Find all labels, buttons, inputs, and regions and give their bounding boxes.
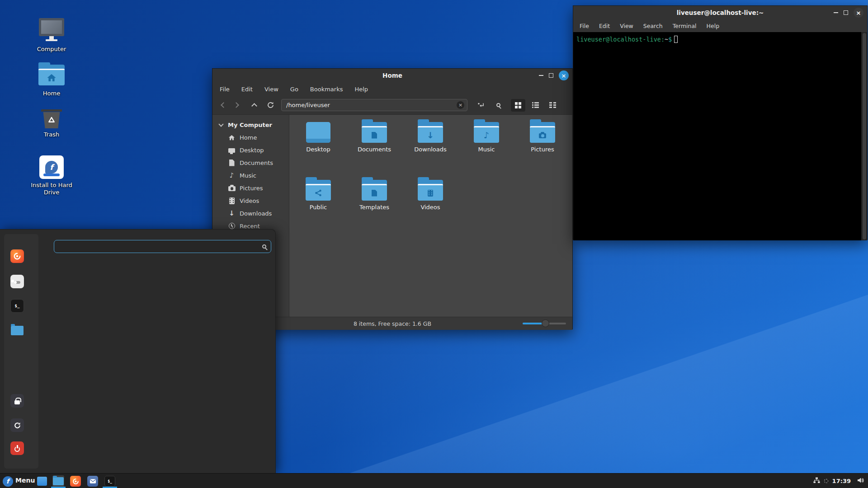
fm-window-title: Home	[212, 72, 572, 79]
maximize-button[interactable]	[844, 10, 848, 15]
folder-item-music[interactable]: ♪ Music	[458, 122, 514, 153]
back-button[interactable]	[215, 99, 230, 112]
folder-item-videos[interactable]: Videos	[402, 180, 458, 211]
search-button[interactable]	[491, 99, 505, 112]
terminal-menu-file[interactable]: File	[580, 23, 589, 29]
sidebar-item-music[interactable]: ♪ Music	[212, 169, 289, 182]
shutdown-button[interactable]	[10, 441, 24, 455]
terminal-titlebar[interactable]: liveuser@localhost-live:~ ×	[573, 6, 867, 19]
terminal-scrollbar[interactable]	[861, 32, 867, 240]
terminal-menu-search[interactable]: Search	[643, 23, 663, 29]
zoom-slider-knob[interactable]	[542, 319, 549, 327]
sidebar-item-pictures[interactable]: Pictures	[212, 182, 289, 194]
fm-menu-edit[interactable]: Edit	[241, 86, 253, 93]
path-input[interactable]	[286, 102, 457, 108]
launcher-mail[interactable]	[87, 475, 99, 487]
desktop-icon-install[interactable]: f Install to Hard Drive	[20, 155, 83, 197]
back-icon	[221, 102, 226, 108]
lock-screen-button[interactable]	[10, 394, 24, 408]
sidebar-item-documents[interactable]: Documents	[212, 156, 289, 169]
firefox-launcher[interactable]	[10, 249, 24, 263]
clock[interactable]: 17:39	[832, 478, 851, 484]
reload-button[interactable]	[263, 99, 278, 112]
list-view-icon	[532, 102, 539, 108]
terminal-launcher[interactable]: $_	[10, 299, 24, 313]
maximize-button[interactable]	[549, 73, 553, 78]
music-note-icon: ♪	[228, 172, 236, 179]
folder-item-templates[interactable]: Templates	[346, 180, 402, 211]
sidebar-item-downloads[interactable]: ↓ Downloads	[212, 207, 289, 220]
forward-button[interactable]	[230, 99, 244, 112]
task-file-manager[interactable]	[52, 475, 64, 487]
terminal-content[interactable]: liveuser@localhost-live:~$	[573, 32, 867, 240]
settings-launcher[interactable]	[10, 275, 24, 288]
folder-item-public[interactable]: Public	[290, 180, 346, 211]
app-search-input[interactable]	[59, 243, 262, 250]
fm-menu-help[interactable]: Help	[354, 86, 368, 93]
prompt-user-host: liveuser@localhost-live	[576, 36, 661, 43]
desktop-icon-label: Computer	[20, 46, 83, 53]
desktop-icon-computer[interactable]: Computer	[20, 18, 83, 53]
show-desktop-button[interactable]	[36, 475, 48, 487]
logout-button[interactable]	[10, 418, 24, 432]
terminal-cursor	[674, 36, 678, 43]
clock-icon	[228, 223, 236, 229]
jump-to-button[interactable]	[474, 99, 488, 112]
forward-icon	[233, 102, 239, 108]
clear-path-icon[interactable]: ×	[457, 101, 464, 109]
terminal-menu-help[interactable]: Help	[707, 23, 720, 29]
launcher-firefox[interactable]	[70, 475, 81, 487]
documents-folder-icon	[362, 122, 387, 143]
minimize-button[interactable]	[834, 12, 838, 13]
zoom-slider[interactable]	[523, 323, 566, 324]
app-search-box[interactable]	[54, 240, 271, 253]
compact-view-button[interactable]	[545, 99, 560, 112]
fm-file-view[interactable]: Desktop Documents ↓ Downloads ♪ Music Pi…	[289, 115, 572, 317]
volume-tray-icon[interactable]	[857, 477, 864, 486]
folder-item-downloads[interactable]: ↓ Downloads	[402, 122, 458, 153]
prompt-path: ~	[665, 36, 668, 43]
network-tray-icon[interactable]	[813, 477, 821, 486]
templates-folder-icon	[362, 180, 387, 201]
folder-item-pictures[interactable]: Pictures	[514, 122, 571, 153]
fm-titlebar[interactable]: Home ×	[212, 69, 572, 82]
desktop-icon-label: Install to Hard Drive	[27, 182, 76, 197]
folder-item-desktop[interactable]: Desktop	[290, 122, 346, 153]
taskbar: f Menu $_	[0, 473, 868, 488]
sidebar-item-videos[interactable]: Videos	[212, 194, 289, 207]
music-folder-icon: ♪	[474, 122, 499, 143]
desktop-icon-home[interactable]: Home	[20, 65, 83, 97]
close-button[interactable]: ×	[559, 70, 569, 80]
folder-item-documents[interactable]: Documents	[346, 122, 402, 153]
up-button[interactable]	[247, 99, 261, 112]
menu-button-label[interactable]: Menu	[15, 477, 35, 484]
folder-icon	[53, 477, 64, 485]
desktop-icon-trash[interactable]: Trash	[20, 109, 83, 138]
file-manager-launcher[interactable]	[10, 324, 24, 337]
task-terminal[interactable]: $_	[104, 475, 116, 487]
desktop-icon-label: Home	[20, 90, 83, 97]
icon-view-button[interactable]	[511, 99, 525, 112]
fm-menu-bookmarks[interactable]: Bookmarks	[310, 86, 343, 93]
fm-menu-go[interactable]: Go	[290, 86, 298, 93]
terminal-window-title: liveuser@localhost-live:~	[573, 9, 867, 16]
home-folder-icon	[38, 65, 65, 85]
menu-button[interactable]: f	[2, 475, 14, 487]
firefox-icon	[13, 252, 21, 260]
terminal-menu-view[interactable]: View	[620, 23, 633, 29]
fm-menu-file[interactable]: File	[220, 86, 230, 93]
terminal-menu-edit[interactable]: Edit	[599, 23, 610, 29]
terminal-menu-terminal[interactable]: Terminal	[673, 23, 697, 29]
application-menu-popup: $_ All Applications ✂ Accessories	[0, 229, 276, 474]
list-view-button[interactable]	[528, 99, 542, 112]
desktop-folder-icon	[306, 122, 330, 143]
fm-menu-view[interactable]: View	[264, 86, 278, 93]
sidebar-item-home[interactable]: Home	[212, 131, 289, 144]
scrollbar-handle[interactable]	[863, 33, 866, 239]
close-button[interactable]: ×	[854, 8, 863, 18]
minimize-button[interactable]	[539, 75, 543, 76]
sidebar-item-my-computer[interactable]: My Computer	[212, 118, 289, 131]
sidebar-item-desktop[interactable]: Desktop	[212, 144, 289, 156]
jump-to-icon	[477, 102, 485, 108]
path-bar[interactable]: ×	[281, 99, 467, 111]
